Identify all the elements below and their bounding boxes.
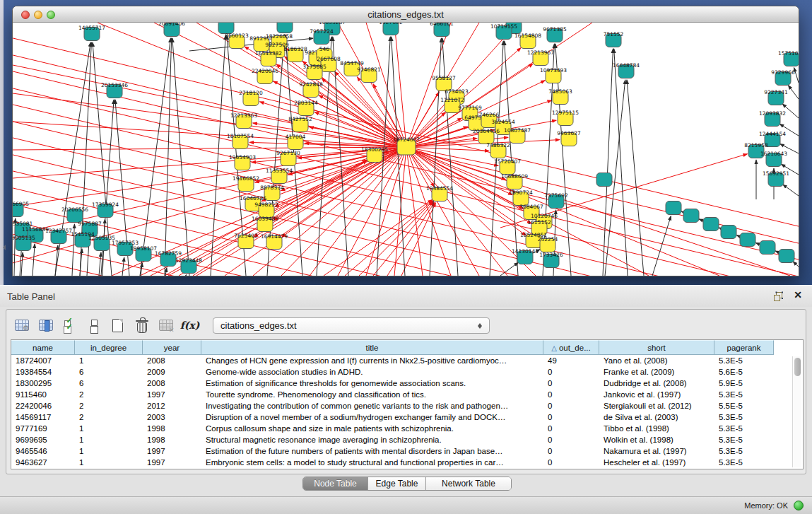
table-cell[interactable]: 5.3E-5 [714,423,774,434]
graph-node[interactable]: 751552 [604,31,624,47]
unselect-all-button[interactable] [84,315,103,335]
graph-node[interactable]: 15692951 [763,170,789,187]
table-cell[interactable]: 0 [543,445,599,457]
graph-node[interactable]: 20153346 [101,82,128,98]
graph-node[interactable]: 9146821 [357,66,381,83]
table-row[interactable]: 1938455462009Genome-wide association stu… [11,366,803,378]
table-cell[interactable]: 22420046 [11,400,75,411]
table-cell[interactable]: 5.3E-5 [714,355,774,366]
table-row[interactable]: 977716911998Corpus callosum shape and si… [11,423,803,434]
citation-network-graph[interactable]: 14055717 20691406 10653287 1527602 64661… [13,23,799,276]
graph-node[interactable]: 12923448 [175,257,202,274]
table-cell[interactable]: 9463627 [11,457,75,468]
collapsed-panel-strip[interactable] [0,0,4,285]
table-cell[interactable]: 2 [75,400,143,411]
table-cell[interactable]: Tourette syndrome. Phenomenology and cla… [201,389,543,400]
panel-collapse-arrow-icon[interactable] [0,245,6,250]
table-cell[interactable]: 9115460 [11,389,75,400]
graph-node[interactable] [683,209,699,223]
table-cell[interactable]: Genome-wide association studies in ADHD. [201,366,543,378]
table-cell[interactable]: 2003 [143,411,201,423]
table-cell[interactable]: 2 [75,389,143,400]
graph-node[interactable] [277,23,293,33]
table-cell[interactable]: Wolkin et al. (1998) [599,434,714,445]
table-row[interactable]: 946554611997Estimation of the future num… [11,445,803,457]
table-cell[interactable]: Investigating the contribution of common… [201,400,543,411]
table-cell[interactable]: Estimation of the future numbers of pati… [201,445,543,457]
graph-node[interactable]: 19166852 [233,175,259,192]
graph-node[interactable]: 1527602 [379,23,403,35]
graph-node[interactable]: 6466161 [430,23,454,37]
graph-node[interactable]: 16914479 [261,233,288,250]
table-row[interactable]: 911546021997Tourette syndrome. Phenomeno… [11,389,803,400]
table-cell[interactable]: 9777169 [11,423,75,434]
table-cell[interactable]: Franke et al. (2009) [599,366,714,378]
table-cell[interactable]: 2008 [143,355,201,366]
table-cell[interactable]: 0 [543,366,599,378]
graph-node[interactable] [779,250,794,263]
table-cell[interactable]: Structural magnetic resonance image aver… [201,434,543,445]
table-cell[interactable]: 1997 [143,457,201,468]
graph-node[interactable] [703,218,719,231]
table-cell[interactable]: Disruption of a novel member of a sodium… [201,411,543,423]
table-vertical-scrollbar[interactable] [792,356,801,467]
table-cell[interactable]: 49 [543,355,599,366]
graph-node[interactable]: 8660123 [225,33,249,49]
delete-table-button[interactable] [156,315,175,335]
delete-column-button[interactable] [132,315,151,335]
table-cell[interactable]: 1998 [143,423,201,434]
column-header-pagerank[interactable]: pagerank [714,340,774,355]
graph-node[interactable]: 11353554 [266,168,293,184]
graph-node[interactable]: 7485063 [548,88,572,105]
table-cell[interactable]: Hescheler et al. (1997) [599,457,714,468]
column-header-title[interactable]: title [201,340,543,355]
table-cell[interactable]: Tibbo et al. (1998) [599,423,714,434]
table-cell[interactable]: 9465546 [11,445,75,457]
table-cell[interactable]: 6 [75,366,143,378]
table-cell[interactable]: 0 [543,389,599,400]
graph-node[interactable]: 12342757 [45,228,72,244]
table-cell[interactable]: 5.3E-5 [714,389,774,400]
graph-node[interactable] [596,173,612,187]
tab-network-table[interactable]: Network Table [426,477,511,490]
table-cell[interactable]: 0 [543,457,599,468]
graph-node[interactable]: 417004 [286,134,306,150]
table-cell[interactable]: Corpus callosum shape and size in male p… [201,423,543,434]
select-columns-button[interactable] [36,315,55,335]
tab-edge-table[interactable]: Edge Table [368,477,426,490]
graph-node[interactable]: 2718120 [239,90,263,106]
table-row[interactable]: 946362711997Embryonic stem cells: a mode… [11,457,803,468]
table-cell[interactable]: 9699695 [11,434,75,445]
table-cell[interactable]: de Silva et al. (2003) [599,411,714,423]
graph-node[interactable]: 252254 [538,236,558,252]
table-row[interactable]: 1872400712008Changes of HCN gene express… [11,355,803,366]
table-cell[interactable]: 1 [75,423,143,434]
select-all-button[interactable] [60,315,79,335]
column-header-in-degree[interactable]: in_degree [75,340,143,355]
table-cell[interactable]: Nakamura et al. (1997) [599,445,714,457]
table-cell[interactable]: 5.5E-5 [714,400,774,411]
table-row[interactable]: 1456911722003Disruption of a novel membe… [11,411,803,423]
table-cell[interactable]: 1 [75,457,143,468]
table-cell[interactable]: 5.3E-5 [714,411,774,423]
graph-node[interactable]: 7957224 [310,28,334,45]
table-cell[interactable]: 2009 [143,366,201,378]
graph-node[interactable]: 15720407 [494,158,521,175]
network-window-titlebar[interactable]: citations_edges.txt [13,6,799,23]
table-cell[interactable]: 5.3E-5 [714,434,774,445]
table-row[interactable]: 2242004622012Investigating the contribut… [11,400,803,411]
table-cell[interactable]: 5.6E-5 [714,366,774,378]
table-cell[interactable]: Stergiakouli et al. (2012) [599,400,714,411]
graph-node[interactable] [721,226,736,239]
table-cell[interactable]: 6 [75,378,143,389]
column-header-name[interactable]: name [11,340,75,355]
graph-node[interactable]: 10807487 [504,127,531,144]
graph-node[interactable]: 9242848 [299,81,323,98]
table-cell[interactable]: 18724007 [11,355,75,366]
graph-node[interactable]: 9463627 [557,130,581,146]
scrollbar-thumb[interactable] [794,358,801,376]
table-cell[interactable]: Changes of HCN gene expression and I(f) … [201,355,543,366]
graph-node[interactable]: 16648784 [613,62,640,78]
function-builder-button[interactable]: f(x) [180,315,199,335]
table-row[interactable]: 969969511998Structural magnetic resonanc… [11,434,803,445]
